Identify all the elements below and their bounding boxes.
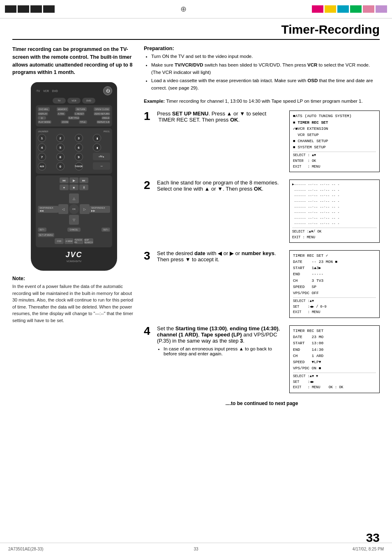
- a-memory-btn[interactable]: A.MEM: [65, 238, 74, 244]
- remote-vcr-label: VCR/DVD/TV: [36, 260, 112, 263]
- number-grid-section: ②NUMBER PROG. 1 2 3 ▮ 4 5 6 ▮ 7: [36, 128, 112, 174]
- step4-line-2: DATE 23 MO: [293, 334, 376, 340]
- color-bar-green: [350, 5, 362, 13]
- nav-right-btn[interactable]: ▷: [80, 204, 90, 214]
- remote-top-row: ·TV VCR DVD ⏻: [36, 86, 112, 95]
- step4-line-6: SPEED ▼LP▼: [293, 359, 376, 365]
- skip-search-btn[interactable]: SKIP SEARCH: [84, 238, 93, 244]
- osd-1-line-6: ■ SYSTEM SETUP: [293, 144, 376, 150]
- step4-bullet: In case of an erroneous input press ▲ to…: [164, 346, 285, 356]
- step-4-footer: SELECT :▲▼ ▼ SET :◀▶ EXIT : MENU OK : OK: [293, 373, 376, 391]
- zoom-btn[interactable]: ZOOM: [61, 120, 69, 124]
- stop-btn[interactable]: ■: [69, 184, 78, 190]
- num-btn-0[interactable]: 0: [56, 162, 65, 170]
- preparation-section: Preparation: Turn ON the TV and set to t…: [144, 46, 380, 92]
- prog-row-5: ------ --·-- --·-- -- -: [292, 204, 377, 210]
- num-btn-3[interactable]: 3: [75, 134, 83, 142]
- color-bar-cyan: [337, 5, 349, 13]
- step-4-osd-box: TIMER REC SET DATE 23 MO START 13:00 END…: [289, 325, 380, 393]
- skip-index-right-btn[interactable]: SKIP/INDEX ▶▶: [90, 206, 110, 213]
- nav-up-btn[interactable]: △: [69, 193, 79, 203]
- step4-set: SET :◀▶: [293, 380, 376, 385]
- atrk-btn[interactable]: A.TRK: [57, 112, 65, 115]
- subtitle-btn[interactable]: SUB TITLE: [68, 116, 80, 120]
- nav-cross: △ ◁ OK ▷ ▽: [58, 193, 90, 225]
- vcr-selector-btn[interactable]: VCR: [67, 98, 81, 104]
- page-title: Timer-Recording: [12, 23, 380, 40]
- header-block-4: [43, 5, 55, 13]
- num-btn-2[interactable]: 2: [56, 134, 65, 142]
- cancel-btn[interactable]: CANCEL: [67, 228, 81, 232]
- step-3-osd-box: TIMER REC SET ✓ DATE -- 23 MON ■ START 1…: [289, 250, 380, 318]
- step-2-number: 2: [144, 180, 153, 191]
- step-2-osd-box: ▶------ --·-- --·-- -- - ------ --·-- --…: [289, 180, 380, 243]
- osd-btn[interactable]: OSD: [55, 238, 64, 244]
- play-mode-btn[interactable]: PLAY MODE: [38, 120, 51, 124]
- creset-btn[interactable]: C.RESET: [74, 112, 85, 115]
- prep-list: Turn ON the TV and set to the video inpu…: [144, 53, 380, 92]
- number-grid: 1 2 3 ▮ 4 5 6 ▮ 7 8 9 +TV▲ AUX: [38, 134, 110, 170]
- step-2-osd: ▶------ --·-- --·-- -- - ------ --·-- --…: [289, 180, 380, 243]
- prep-item-3: Load a video cassette with the erase pre…: [151, 77, 380, 92]
- setup-menu-btn[interactable]: SET UP MENU: [38, 233, 54, 237]
- nav-ok-btn[interactable]: OK: [69, 204, 79, 214]
- func-row-4: PLAY MODE ZOOM TITLE REPEAT A-B: [38, 120, 110, 124]
- num-btn-5[interactable]: 5: [56, 143, 65, 152]
- subtitle-icon-btn[interactable]: |||: [38, 116, 46, 120]
- step4-line-5: CH 1 ARD: [293, 353, 376, 359]
- return-btn[interactable]: RETURN: [75, 107, 87, 111]
- dvd-menu-btn[interactable]: DVD MNL: [38, 107, 50, 111]
- step-1-osd: ■ATS (AUTO TUNING SYSTEM) ■ TIMER REC SE…: [289, 111, 380, 172]
- page-content: Timer-Recording Timer recording can be p…: [0, 18, 392, 419]
- fast-forward-btn[interactable]: ⏭: [79, 177, 88, 183]
- num-btn-7[interactable]: 7: [38, 153, 46, 161]
- step-4-osd: TIMER REC SET DATE 23 MO START 13:00 END…: [289, 325, 380, 393]
- prog-down-btn[interactable]: ▮: [93, 143, 101, 152]
- zero-return-btn[interactable]: ZERO RETURN: [94, 112, 110, 115]
- set-minus-btn[interactable]: SET–: [38, 228, 46, 232]
- left-column: Timer recording can be programmed on the…: [12, 46, 136, 406]
- title-btn[interactable]: TITLE: [79, 120, 87, 124]
- step-3-number: 3: [144, 250, 153, 262]
- set-plus-btn[interactable]: SET+: [101, 228, 110, 232]
- tv-plus-btn[interactable]: +TV▲: [93, 153, 110, 160]
- color-bar-lavender: [376, 5, 387, 13]
- num-btn-8[interactable]: 8: [56, 153, 65, 161]
- header-block-3: [30, 5, 42, 13]
- tv-minus-btn[interactable]: —: [93, 162, 110, 170]
- display-btn[interactable]: DISPLAY: [38, 112, 48, 115]
- num-btn-4[interactable]: 4: [38, 143, 46, 152]
- power-button[interactable]: ⏻: [103, 86, 112, 95]
- memory-btn[interactable]: MEMORY: [57, 107, 68, 111]
- step3-exit: EXIT : MENU: [293, 310, 376, 315]
- num-btn-aux[interactable]: AUX: [38, 162, 46, 170]
- prog-row-2: ------ --·-- --·-- -- -: [292, 187, 377, 193]
- angle-btn[interactable]: ANGLE: [101, 116, 110, 120]
- func-row-3: ||| SUB TITLE ANGLE: [38, 116, 110, 120]
- prog-up-btn[interactable]: ▮: [93, 134, 101, 142]
- remote-mode-labels: ·TV VCR DVD: [36, 90, 58, 92]
- step-3-footer: SELECT :▲▼ SET :◀▶ / 0–9 EXIT : MENU: [293, 297, 376, 315]
- open-close-btn[interactable]: OPEN/ CLOSE: [94, 107, 110, 111]
- footer-bar: 2A73501AE(28-33) 33 4/17/02, 8:25 PM: [0, 543, 392, 555]
- color-bar-magenta: [312, 5, 323, 13]
- nav-left-btn[interactable]: ◁: [58, 204, 68, 214]
- rewind-btn[interactable]: ⏮: [60, 177, 69, 183]
- num-btn-6[interactable]: 6: [75, 143, 83, 152]
- tv-selector-btn[interactable]: TV: [53, 98, 66, 104]
- step3-select: SELECT :▲▼: [293, 299, 376, 304]
- num-btn-1[interactable]: 1: [38, 134, 46, 142]
- pause-btn[interactable]: ⏸: [79, 184, 88, 190]
- color-bar-pink: [363, 5, 374, 13]
- transport-row-1: ⏮ ▶ ⏭: [38, 177, 110, 183]
- record-btn[interactable]: ●: [60, 184, 69, 190]
- step3-line-4: END --·--: [293, 271, 376, 277]
- tv-vcr-btn[interactable]: TV/VCR: [75, 162, 83, 170]
- num-btn-9[interactable]: 9: [75, 153, 83, 161]
- play-btn[interactable]: ▶: [69, 177, 78, 183]
- nav-down-btn[interactable]: ▽: [69, 215, 79, 225]
- repeat-btn[interactable]: REPEAT A-B: [97, 120, 110, 124]
- vcr-pr-tv-btn[interactable]: TV/VCR PR: [74, 238, 83, 244]
- skip-index-left-btn[interactable]: SKIP/INDEX ◀◀: [38, 206, 58, 213]
- dvd-selector-btn[interactable]: DVD: [82, 98, 95, 104]
